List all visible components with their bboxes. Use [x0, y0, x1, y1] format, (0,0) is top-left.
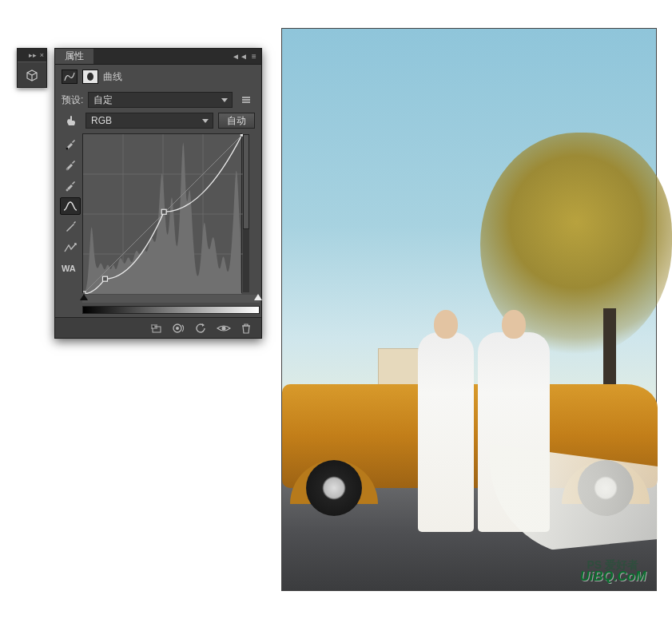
input-range-slider[interactable] — [82, 295, 260, 303]
sampler-tools: WA — [60, 133, 82, 314]
channel-dropdown[interactable]: RGB — [85, 113, 213, 129]
eyedropper-adjust-icon[interactable] — [60, 239, 81, 256]
curve-smooth-icon[interactable] — [60, 197, 81, 215]
curves-icon — [62, 69, 78, 84]
panel-collapse-icon[interactable]: ◄◄ — [233, 49, 247, 64]
panel-scrollbar[interactable] — [243, 134, 249, 292]
svg-rect-12 — [102, 276, 107, 281]
eyedropper-gray-icon[interactable] — [60, 156, 81, 173]
eyedropper-black-icon[interactable] — [60, 135, 81, 153]
svg-point-19 — [176, 327, 179, 330]
adjustment-name: 曲线 — [103, 70, 122, 84]
panel-footer — [55, 317, 261, 338]
preset-menu-icon[interactable] — [237, 92, 255, 108]
svg-text:WA: WA — [62, 264, 76, 273]
photo-groom — [418, 332, 474, 532]
preset-value: 自定 — [93, 93, 113, 107]
curve-draw-icon[interactable] — [60, 218, 81, 236]
expand-panel-icon[interactable]: ▸▸ — [29, 52, 37, 59]
svg-point-17 — [153, 325, 155, 327]
watermark-primary: UiBQ.CoM — [580, 569, 646, 584]
collapsed-panel-strip: ▸▸ × — [17, 48, 47, 88]
curves-graph[interactable] — [82, 133, 242, 293]
layer-mask-thumb[interactable] — [82, 69, 98, 84]
car-wheel-left — [306, 460, 362, 516]
svg-point-0 — [66, 148, 69, 150]
delete-icon[interactable] — [237, 321, 255, 335]
svg-point-1 — [66, 169, 69, 171]
3d-panel-button[interactable] — [18, 62, 46, 87]
auto-button[interactable]: 自动 — [218, 113, 255, 129]
adjustment-header: 曲线 — [55, 65, 261, 89]
close-panel-icon[interactable]: × — [40, 52, 44, 59]
preset-dropdown[interactable]: 自定 — [88, 92, 233, 108]
panel-tabbar: 属性 ◄◄ ≡ — [55, 49, 261, 65]
targeted-adjust-icon[interactable] — [62, 113, 81, 129]
channel-value: RGB — [91, 115, 112, 126]
document-canvas[interactable]: PS 爱好者 UiBQ.CoM — [281, 28, 657, 591]
output-gradient — [82, 306, 260, 314]
view-previous-icon[interactable] — [170, 321, 188, 335]
svg-point-2 — [66, 189, 69, 192]
svg-rect-13 — [161, 209, 166, 214]
preset-label: 预设: — [62, 93, 83, 107]
svg-point-20 — [222, 326, 226, 330]
clip-to-layer-icon[interactable] — [148, 321, 165, 335]
visibility-icon[interactable] — [215, 321, 233, 335]
reset-icon[interactable] — [193, 321, 210, 335]
eyedropper-white-icon[interactable] — [60, 177, 81, 194]
properties-panel: 属性 ◄◄ ≡ 曲线 预设: 自定 RGB 自动 — [54, 48, 262, 339]
auto-contrast-icon[interactable]: WA — [60, 260, 81, 277]
panel-menu-icon[interactable]: ≡ — [247, 49, 261, 64]
tab-properties[interactable]: 属性 — [55, 49, 93, 64]
